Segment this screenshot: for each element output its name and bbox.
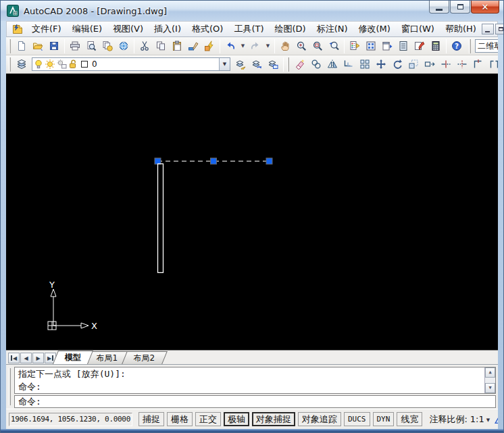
toolbar-drag-grip[interactable] <box>9 39 11 53</box>
copy-object-button[interactable] <box>308 56 324 72</box>
layer-properties-manager-button[interactable] <box>14 56 30 72</box>
menu-item-7[interactable]: 绘图(D) <box>270 22 311 36</box>
mdi-minimize-button[interactable] <box>482 24 494 34</box>
mirror-button[interactable] <box>324 56 341 72</box>
status-toggle-对象追踪[interactable]: 对象追踪 <box>298 412 341 426</box>
status-toggle-极轴[interactable]: 极轴 <box>224 412 249 426</box>
matchprop-button[interactable] <box>185 38 201 54</box>
layer-previous-button[interactable] <box>249 56 265 72</box>
layer-combo[interactable]: 0 ▼ <box>32 57 230 71</box>
status-toggle-线宽[interactable]: 线宽 <box>397 412 422 426</box>
publish-button[interactable] <box>99 38 116 54</box>
menu-item-5[interactable]: 格式(O) <box>186 22 228 36</box>
rectangle-object[interactable] <box>158 164 163 273</box>
cut-button[interactable] <box>136 38 153 54</box>
blockeditor-button[interactable] <box>201 38 218 54</box>
zoom-realtime-button[interactable] <box>293 38 309 54</box>
plot-button[interactable] <box>67 38 83 54</box>
toolbar-drag-grip[interactable] <box>9 57 11 72</box>
menu-browser-icon[interactable] <box>11 24 24 34</box>
status-toggle-DYN[interactable]: DYN <box>373 412 395 426</box>
undo-dropdown-button[interactable]: ▼ <box>238 38 247 54</box>
menu-item-6[interactable]: 工具(T) <box>228 22 269 36</box>
workspace-combo[interactable]: 二维草图与 <box>475 39 498 53</box>
layer-sun-toggle[interactable] <box>44 59 55 70</box>
grip-mid[interactable] <box>211 158 217 164</box>
command-input[interactable]: 命令: <box>14 395 496 408</box>
layer-padlock-toggle[interactable] <box>67 59 78 70</box>
layer-sun-vp-toggle[interactable] <box>55 59 67 70</box>
copy-button[interactable] <box>153 38 169 54</box>
command-window-grip[interactable] <box>9 368 11 405</box>
toolpalettes-button[interactable] <box>379 38 395 54</box>
mdi-restore-button[interactable] <box>495 24 504 34</box>
grip-end[interactable] <box>266 158 272 164</box>
scroll-down-button[interactable]: ▼ <box>485 383 495 393</box>
open-button[interactable] <box>30 38 46 54</box>
dwf3d-button[interactable] <box>116 38 132 54</box>
tab-nav-first-button[interactable]: ◀ <box>8 353 20 363</box>
status-toggle-捕捉[interactable]: 捕捉 <box>138 412 164 426</box>
zoom-previous-button[interactable] <box>326 38 342 54</box>
status-toggle-对象捕捉[interactable]: 对象捕捉 <box>252 412 295 426</box>
offset-button[interactable] <box>341 56 357 72</box>
minimize-button[interactable] <box>429 1 449 14</box>
tab-nav-previous-button[interactable]: ◀ <box>20 353 32 363</box>
menu-item-9[interactable]: 修改(M) <box>353 22 396 36</box>
sheetset-button[interactable] <box>395 38 411 54</box>
new-button[interactable] <box>14 38 30 54</box>
layer-combo-dropdown[interactable]: ▼ <box>219 58 230 70</box>
layer-states-button[interactable] <box>265 56 281 72</box>
break-button[interactable] <box>486 56 498 72</box>
menu-item-4[interactable]: 插入(I) <box>149 22 186 36</box>
toolbar-drag-grip[interactable] <box>469 39 471 53</box>
save-button[interactable] <box>46 38 62 54</box>
tab-nav-next-button[interactable]: ▶ <box>32 353 44 363</box>
annotation-scale-dropdown[interactable]: ▼ <box>486 417 490 423</box>
layer-bulb-toggle[interactable] <box>32 59 44 70</box>
layer-color-swatch-toggle[interactable] <box>78 59 90 70</box>
stretch-button[interactable] <box>422 56 438 72</box>
close-button[interactable]: ✕ <box>471 1 499 14</box>
menu-item-3[interactable]: 视图(V) <box>107 22 149 36</box>
redo-dropdown-button[interactable]: ▼ <box>263 38 272 54</box>
break-point-button[interactable] <box>470 56 486 72</box>
tab-布局2[interactable]: 布局2 <box>122 351 167 364</box>
pan-button[interactable] <box>277 38 293 54</box>
menu-item-1[interactable]: 文件(F) <box>26 22 67 36</box>
trim-button[interactable] <box>438 56 454 72</box>
coordinates-readout[interactable]: 1906.1694, 1056.1230, 0.0000 <box>9 413 132 426</box>
menu-item-8[interactable]: 标注(N) <box>311 22 353 36</box>
status-toggle-正交[interactable]: 正交 <box>195 412 221 426</box>
make-layer-current-button[interactable] <box>232 56 249 72</box>
properties-button[interactable] <box>347 38 363 54</box>
markup-button[interactable] <box>411 38 428 54</box>
quickcalc-button[interactable] <box>428 38 444 54</box>
move-button[interactable] <box>373 56 389 72</box>
tab-模型[interactable]: 模型 <box>53 351 93 364</box>
grip-start[interactable] <box>155 158 161 164</box>
toolbar-drag-grip[interactable] <box>287 57 289 72</box>
help-button[interactable]: ? <box>449 38 465 54</box>
drawing-canvas[interactable]: Y X <box>6 74 498 350</box>
maximize-button[interactable] <box>450 1 470 14</box>
status-toggle-栅格[interactable]: 栅格 <box>167 412 193 426</box>
annotation-visibility-icon[interactable] <box>494 413 498 425</box>
scroll-up-button[interactable]: ▲ <box>485 367 495 378</box>
designcenter-button[interactable] <box>363 38 379 54</box>
preview-button[interactable] <box>83 38 99 54</box>
extend-button[interactable] <box>454 56 470 72</box>
command-scrollbar[interactable]: ▲ ▼ <box>484 367 495 393</box>
redo-button[interactable] <box>247 38 263 54</box>
undo-button[interactable] <box>222 38 238 54</box>
menu-item-2[interactable]: 编辑(E) <box>67 22 107 36</box>
erase-button[interactable] <box>292 56 308 72</box>
menu-item-10[interactable]: 窗口(W) <box>396 22 440 36</box>
paste-button[interactable] <box>169 38 185 54</box>
array-button[interactable] <box>357 56 373 72</box>
zoom-window-button[interactable] <box>309 38 326 54</box>
menu-item-11[interactable]: 帮助(H) <box>440 22 482 36</box>
rotate-button[interactable] <box>389 56 405 72</box>
scale-button[interactable] <box>405 56 422 72</box>
status-toggle-DUCS[interactable]: DUCS <box>344 412 370 426</box>
